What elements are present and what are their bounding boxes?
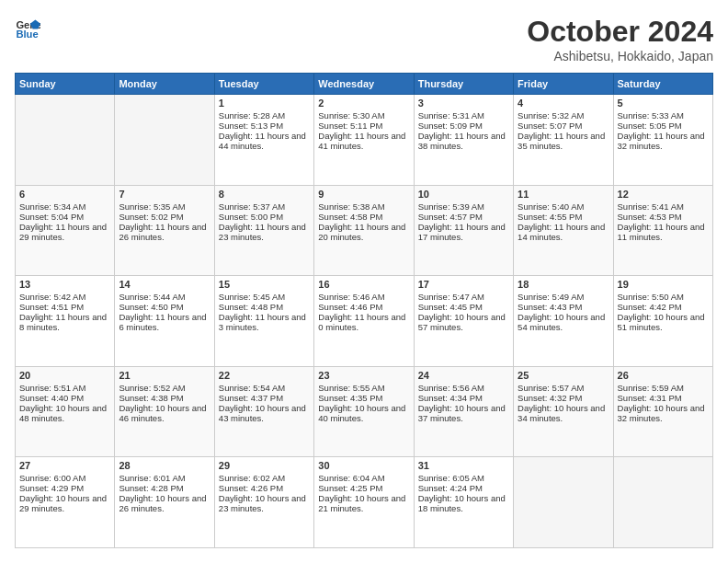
day-number: 7 — [119, 189, 210, 200]
sunset: Sunset: 4:24 PM — [418, 483, 483, 493]
sunrise: Sunrise: 6:04 AM — [318, 473, 384, 483]
day-number: 13 — [19, 279, 110, 290]
calendar-cell: 4 Sunrise: 5:32 AM Sunset: 5:07 PM Dayli… — [514, 95, 613, 186]
sunset: Sunset: 4:37 PM — [219, 393, 283, 403]
day-number: 10 — [418, 189, 509, 200]
sunset: Sunset: 4:48 PM — [219, 302, 283, 312]
calendar-cell — [613, 457, 712, 548]
sunset: Sunset: 4:28 PM — [119, 483, 183, 493]
calendar-cell: 24 Sunrise: 5:56 AM Sunset: 4:34 PM Dayl… — [414, 366, 513, 457]
daylight: Daylight: 11 hours and 3 minutes. — [219, 312, 306, 332]
calendar-cell: 27 Sunrise: 6:00 AM Sunset: 4:29 PM Dayl… — [16, 457, 115, 548]
sunrise: Sunrise: 6:05 AM — [418, 473, 484, 483]
calendar-cell: 5 Sunrise: 5:33 AM Sunset: 5:05 PM Dayli… — [613, 95, 712, 186]
sunrise: Sunrise: 5:40 AM — [518, 201, 584, 212]
daylight: Daylight: 11 hours and 26 minutes. — [119, 222, 206, 242]
header-monday: Monday — [115, 74, 214, 95]
calendar-cell — [16, 95, 115, 186]
daylight: Daylight: 10 hours and 34 minutes. — [518, 403, 605, 423]
calendar-cell: 15 Sunrise: 5:45 AM Sunset: 4:48 PM Dayl… — [214, 276, 313, 367]
sunset: Sunset: 5:00 PM — [219, 212, 283, 222]
day-number: 15 — [219, 279, 310, 290]
sunset: Sunset: 4:51 PM — [19, 302, 84, 312]
sunset: Sunset: 5:04 PM — [19, 212, 84, 222]
day-number: 31 — [418, 460, 509, 471]
calendar-header-row: Sunday Monday Tuesday Wednesday Thursday… — [16, 74, 713, 95]
day-number: 17 — [418, 279, 509, 290]
day-number: 22 — [219, 370, 310, 381]
day-number: 28 — [119, 460, 210, 471]
sunrise: Sunrise: 5:50 AM — [618, 292, 684, 302]
daylight: Daylight: 11 hours and 38 minutes. — [418, 131, 506, 151]
daylight: Daylight: 10 hours and 37 minutes. — [418, 403, 506, 423]
calendar-cell: 1 Sunrise: 5:28 AM Sunset: 5:13 PM Dayli… — [214, 95, 313, 186]
calendar-cell: 8 Sunrise: 5:37 AM Sunset: 5:00 PM Dayli… — [214, 185, 313, 276]
sunrise: Sunrise: 6:01 AM — [119, 473, 185, 483]
daylight: Daylight: 10 hours and 21 minutes. — [318, 493, 405, 513]
day-number: 30 — [318, 460, 409, 471]
sunrise: Sunrise: 5:44 AM — [119, 292, 185, 302]
logo: General Blue General Blue — [15, 15, 40, 40]
calendar-cell: 20 Sunrise: 5:51 AM Sunset: 4:40 PM Dayl… — [16, 366, 115, 457]
calendar-cell: 10 Sunrise: 5:39 AM Sunset: 4:57 PM Dayl… — [414, 185, 513, 276]
sunrise: Sunrise: 5:31 AM — [418, 110, 484, 121]
calendar-cell: 26 Sunrise: 5:59 AM Sunset: 4:31 PM Dayl… — [613, 366, 712, 457]
sunset: Sunset: 4:26 PM — [219, 483, 283, 493]
sunset: Sunset: 5:13 PM — [219, 121, 283, 131]
day-number: 2 — [318, 98, 409, 109]
sunset: Sunset: 5:05 PM — [618, 121, 682, 131]
daylight: Daylight: 10 hours and 32 minutes. — [618, 403, 705, 423]
calendar-cell: 2 Sunrise: 5:30 AM Sunset: 5:11 PM Dayli… — [314, 95, 414, 186]
sunset: Sunset: 4:31 PM — [618, 393, 682, 403]
calendar-week-5: 27 Sunrise: 6:00 AM Sunset: 4:29 PM Dayl… — [16, 457, 713, 548]
daylight: Daylight: 11 hours and 32 minutes. — [618, 131, 705, 151]
daylight: Daylight: 11 hours and 0 minutes. — [318, 312, 405, 332]
calendar-cell: 19 Sunrise: 5:50 AM Sunset: 4:42 PM Dayl… — [613, 276, 712, 367]
calendar-week-2: 6 Sunrise: 5:34 AM Sunset: 5:04 PM Dayli… — [16, 185, 713, 276]
calendar-cell: 16 Sunrise: 5:46 AM Sunset: 4:46 PM Dayl… — [314, 276, 414, 367]
calendar-cell: 9 Sunrise: 5:38 AM Sunset: 4:58 PM Dayli… — [314, 185, 414, 276]
sunrise: Sunrise: 5:42 AM — [19, 292, 85, 302]
day-number: 27 — [19, 460, 110, 471]
daylight: Daylight: 10 hours and 48 minutes. — [19, 403, 107, 423]
calendar-cell: 21 Sunrise: 5:52 AM Sunset: 4:38 PM Dayl… — [115, 366, 214, 457]
sunset: Sunset: 4:43 PM — [518, 302, 582, 312]
daylight: Daylight: 11 hours and 23 minutes. — [219, 222, 306, 242]
calendar-cell: 11 Sunrise: 5:40 AM Sunset: 4:55 PM Dayl… — [514, 185, 613, 276]
calendar-week-3: 13 Sunrise: 5:42 AM Sunset: 4:51 PM Dayl… — [16, 276, 713, 367]
sunset: Sunset: 4:42 PM — [618, 302, 682, 312]
header-friday: Friday — [514, 74, 613, 95]
sunrise: Sunrise: 5:41 AM — [618, 201, 684, 212]
daylight: Daylight: 10 hours and 43 minutes. — [219, 403, 306, 423]
day-number: 18 — [518, 279, 609, 290]
header-thursday: Thursday — [414, 74, 513, 95]
daylight: Daylight: 11 hours and 17 minutes. — [418, 222, 506, 242]
sunset: Sunset: 4:45 PM — [418, 302, 483, 312]
sunrise: Sunrise: 5:33 AM — [618, 110, 684, 121]
calendar-cell: 14 Sunrise: 5:44 AM Sunset: 4:50 PM Dayl… — [115, 276, 214, 367]
sunset: Sunset: 5:09 PM — [418, 121, 483, 131]
calendar-week-4: 20 Sunrise: 5:51 AM Sunset: 4:40 PM Dayl… — [16, 366, 713, 457]
day-number: 5 — [618, 98, 709, 109]
sunset: Sunset: 4:57 PM — [418, 212, 483, 222]
sunrise: Sunrise: 5:38 AM — [318, 201, 384, 212]
sunrise: Sunrise: 5:59 AM — [618, 383, 684, 393]
sunrise: Sunrise: 5:52 AM — [119, 383, 185, 393]
sunrise: Sunrise: 5:34 AM — [19, 201, 85, 212]
sunset: Sunset: 4:35 PM — [318, 393, 382, 403]
calendar-cell: 7 Sunrise: 5:35 AM Sunset: 5:02 PM Dayli… — [115, 185, 214, 276]
calendar-cell: 13 Sunrise: 5:42 AM Sunset: 4:51 PM Dayl… — [16, 276, 115, 367]
calendar-cell: 23 Sunrise: 5:55 AM Sunset: 4:35 PM Dayl… — [314, 366, 414, 457]
calendar-cell: 6 Sunrise: 5:34 AM Sunset: 5:04 PM Dayli… — [16, 185, 115, 276]
daylight: Daylight: 10 hours and 46 minutes. — [119, 403, 206, 423]
sunset: Sunset: 5:07 PM — [518, 121, 582, 131]
sunrise: Sunrise: 5:37 AM — [219, 201, 285, 212]
daylight: Daylight: 11 hours and 8 minutes. — [19, 312, 107, 332]
day-number: 1 — [219, 98, 310, 109]
location: Ashibetsu, Hokkaido, Japan — [527, 49, 713, 63]
daylight: Daylight: 10 hours and 40 minutes. — [318, 403, 405, 423]
daylight: Daylight: 10 hours and 51 minutes. — [618, 312, 705, 332]
sunrise: Sunrise: 5:46 AM — [318, 292, 384, 302]
daylight: Daylight: 11 hours and 44 minutes. — [219, 131, 306, 151]
day-number: 9 — [318, 189, 409, 200]
